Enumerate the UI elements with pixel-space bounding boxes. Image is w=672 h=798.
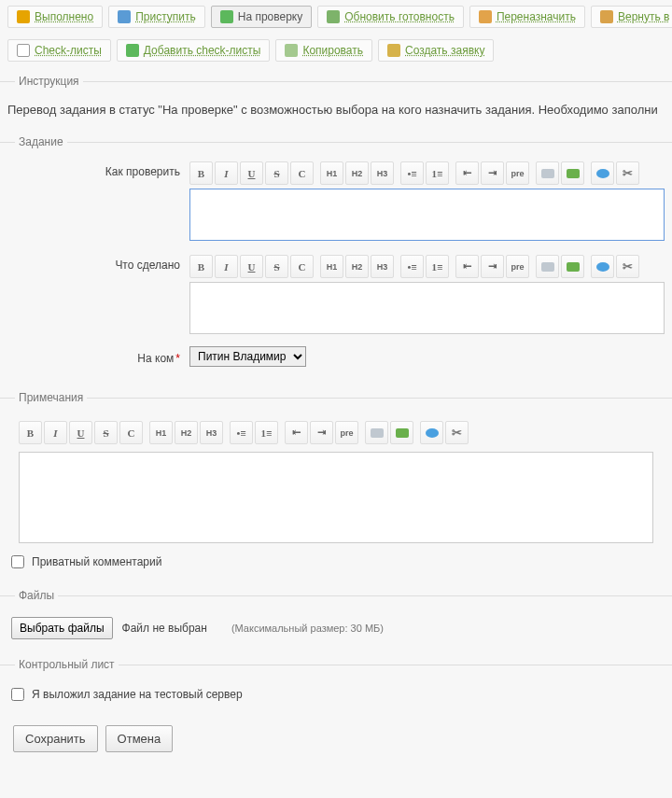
start-label: Приступить	[135, 10, 196, 23]
copy-icon	[285, 44, 298, 57]
editor-bold-button[interactable]: B	[189, 255, 213, 278]
editor-help-button[interactable]	[420, 421, 443, 444]
assignee-select[interactable]: Питин Владимир	[189, 346, 306, 367]
editor-image-button[interactable]	[561, 255, 584, 278]
files-section: Файлы Выбрать файлы Файл не выбран (Макс…	[0, 589, 672, 651]
editor-image-button[interactable]	[390, 421, 413, 444]
editor-indent-button[interactable]: ⇥	[310, 421, 333, 444]
editor-h1-button[interactable]: H1	[149, 421, 173, 444]
copy-button[interactable]: Копировать	[275, 39, 372, 62]
editor-indent-button[interactable]: ⇥	[481, 255, 504, 278]
editor-help-button[interactable]	[591, 161, 614, 185]
editor-outdent-button[interactable]: ⇤	[455, 161, 479, 185]
editor-ol-button[interactable]: 1≡	[255, 421, 278, 444]
notes-legend: Примечания	[15, 391, 87, 404]
editor-help-button[interactable]	[591, 255, 614, 278]
editor-code-button[interactable]: C	[290, 255, 314, 278]
start-button[interactable]: Приступить	[108, 6, 205, 28]
editor-link-button[interactable]	[536, 161, 559, 185]
private-comment-label: Приватный комментарий	[32, 555, 161, 568]
editor-strike-button[interactable]: S	[265, 161, 288, 185]
instruction-legend: Инструкция	[15, 75, 83, 88]
check-icon	[17, 44, 30, 57]
instruction-text: Перевод задания в статус "На проверке" с…	[7, 99, 665, 120]
reassign-button[interactable]: Переназначить	[469, 6, 585, 28]
editor-ol-button[interactable]: 1≡	[426, 255, 449, 278]
editor-pre-button[interactable]: pre	[506, 161, 529, 185]
edit-icon	[387, 44, 400, 57]
editor-link-button[interactable]	[536, 255, 559, 278]
editor-underline-button[interactable]: U	[69, 421, 92, 444]
done-button[interactable]: Выполнено	[7, 6, 103, 28]
what-done-editor[interactable]	[189, 282, 665, 334]
notes-editor[interactable]	[19, 452, 653, 543]
lock-icon	[17, 10, 30, 23]
ret-icon	[600, 10, 613, 23]
editor-pre-button[interactable]: pre	[506, 255, 529, 278]
editor-indent-button[interactable]: ⇥	[481, 161, 504, 185]
max-size-hint: (Максимальный размер: 30 МБ)	[231, 623, 384, 634]
cancel-button[interactable]: Отмена	[105, 725, 174, 752]
editor-code-button[interactable]: C	[119, 421, 143, 444]
refresh-button[interactable]: Обновить готовность	[317, 6, 464, 28]
task-legend: Задание	[15, 135, 67, 148]
editor-underline-button[interactable]: U	[240, 161, 263, 185]
add-checklists-button[interactable]: Добавить check-листы	[117, 39, 271, 62]
done-label: Выполнено	[35, 10, 93, 23]
editor-italic-button[interactable]: I	[44, 421, 67, 444]
editor-h3-button[interactable]: H3	[371, 161, 394, 185]
return-button[interactable]: Вернуть в	[591, 6, 672, 28]
editor-cut-button[interactable]: ✂	[616, 161, 639, 185]
editor-bold-button[interactable]: B	[189, 161, 213, 185]
review-label: На проверку	[238, 10, 303, 23]
checklist-section: Контрольный лист Я выложил задание на те…	[0, 658, 672, 714]
editor-ol-button[interactable]: 1≡	[426, 161, 449, 185]
review-button[interactable]: На проверку	[211, 6, 313, 28]
reassign-label: Переназначить	[497, 10, 576, 23]
editor-pre-button[interactable]: pre	[335, 421, 358, 444]
editor-h3-button[interactable]: H3	[200, 421, 223, 444]
checklist-item-checkbox[interactable]	[11, 688, 24, 701]
instruction-section: Инструкция Перевод задания в статус "На …	[0, 75, 672, 128]
editor-h1-button[interactable]: H1	[320, 161, 343, 185]
return-label: Вернуть в	[618, 10, 669, 23]
editor-ul-button[interactable]: •≡	[230, 421, 253, 444]
choose-files-button[interactable]: Выбрать файлы	[11, 617, 113, 639]
editor-h3-button[interactable]: H3	[371, 255, 394, 278]
refresh-label: Обновить готовность	[344, 10, 455, 23]
editor-ul-button[interactable]: •≡	[400, 161, 424, 185]
editor-italic-button[interactable]: I	[215, 161, 238, 185]
checklist-item-row[interactable]: Я выложил задание на тестовый сервер	[7, 682, 665, 707]
checklists-button[interactable]: Check-листы	[7, 39, 111, 62]
create-label: Создать заявку	[405, 44, 484, 57]
editor-strike-button[interactable]: S	[94, 421, 118, 444]
create-button[interactable]: Создать заявку	[378, 39, 494, 62]
editor-cut-button[interactable]: ✂	[616, 255, 639, 278]
editor-toolbar-done: BIUSCH1H2H3•≡1≡⇤⇥pre✂	[189, 253, 665, 282]
checklist-item-label: Я выложил задание на тестовый сервер	[32, 688, 243, 701]
editor-h2-button[interactable]: H2	[175, 421, 198, 444]
notes-section: Примечания BIUSCH1H2H3•≡1≡⇤⇥pre✂ Приватн…	[0, 391, 672, 581]
what-done-label: Что сделано	[7, 253, 189, 272]
how-to-check-editor[interactable]	[189, 189, 665, 241]
editor-bold-button[interactable]: B	[19, 421, 42, 444]
editor-ul-button[interactable]: •≡	[400, 255, 424, 278]
editor-image-button[interactable]	[561, 161, 584, 185]
shield-icon	[220, 10, 233, 23]
editor-underline-button[interactable]: U	[240, 255, 263, 278]
editor-h2-button[interactable]: H2	[345, 161, 369, 185]
private-comment-row[interactable]: Приватный комментарий	[7, 550, 665, 574]
hand-icon	[479, 10, 492, 23]
save-button[interactable]: Сохранить	[13, 725, 98, 752]
editor-outdent-button[interactable]: ⇤	[285, 421, 308, 444]
editor-strike-button[interactable]: S	[265, 255, 288, 278]
editor-code-button[interactable]: C	[290, 161, 314, 185]
editor-link-button[interactable]	[365, 421, 388, 444]
editor-outdent-button[interactable]: ⇤	[455, 255, 479, 278]
editor-italic-button[interactable]: I	[215, 255, 238, 278]
editor-h1-button[interactable]: H1	[320, 255, 343, 278]
private-comment-checkbox[interactable]	[11, 555, 24, 568]
editor-cut-button[interactable]: ✂	[445, 421, 469, 444]
editor-h2-button[interactable]: H2	[345, 255, 369, 278]
files-legend: Файлы	[15, 589, 58, 602]
